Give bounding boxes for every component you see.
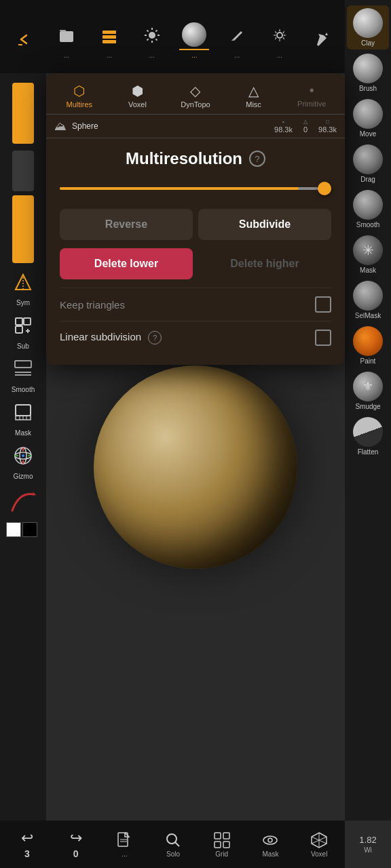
- subdivide-button[interactable]: Subdivide: [198, 209, 331, 240]
- tool-drag[interactable]: Drag: [347, 142, 389, 186]
- tab-misc-label: Misc: [246, 100, 261, 108]
- material-icon: [179, 20, 209, 50]
- lighting-label: ...: [149, 52, 154, 59]
- obj-stats: • 98.3k △ 0 □ 98.3k: [274, 119, 337, 134]
- delete-lower-button[interactable]: Delete lower: [60, 248, 193, 279]
- svg-point-41: [268, 838, 272, 842]
- toolbar-layers[interactable]: ...: [94, 20, 124, 59]
- tool-mask-left[interactable]: Mask: [3, 397, 43, 437]
- back-icon: [9, 24, 39, 54]
- gizmo-icon: [8, 441, 38, 471]
- tool-clay[interactable]: Clay: [347, 5, 389, 50]
- tool-gizmo[interactable]: Gizmo: [3, 441, 43, 480]
- keep-triangles-checkbox[interactable]: [315, 296, 331, 313]
- stat-triangles: △ 0: [303, 119, 308, 134]
- wi-button[interactable]: 1.82 Wi: [345, 821, 391, 868]
- smooth-left-icon: [8, 354, 38, 384]
- reverse-button[interactable]: Reverse: [60, 209, 193, 240]
- mask-left-icon: [8, 397, 38, 427]
- symmetry-label: Sym: [16, 299, 30, 307]
- svg-line-10: [147, 30, 148, 31]
- toolbar-material[interactable]: ...: [179, 20, 209, 59]
- selmask-icon: [353, 281, 383, 311]
- eye-icon: [261, 831, 279, 849]
- linear-subdivision-checkbox[interactable]: [315, 330, 331, 346]
- bottom-redo[interactable]: ↪ 0: [52, 829, 100, 859]
- bottom-grid[interactable]: Grid: [198, 831, 246, 858]
- dyntopo-icon: ◇: [190, 83, 200, 99]
- tool-sub[interactable]: Sub: [3, 311, 43, 350]
- toolbar-tools2[interactable]: [308, 24, 337, 54]
- stat-vertices: • 98.3k: [274, 119, 293, 134]
- mask-bottom-label: Mask: [263, 850, 279, 858]
- smooth-icon: [353, 190, 383, 220]
- tool-flatten[interactable]: Flatten: [347, 414, 389, 458]
- slider-container[interactable]: [60, 182, 331, 195]
- slider-thumb[interactable]: [318, 182, 331, 195]
- tool-move[interactable]: Move: [347, 96, 389, 140]
- tool-smooth[interactable]: Smooth: [347, 187, 389, 231]
- brush-label: Brush: [359, 85, 377, 92]
- color-swatches[interactable]: [6, 522, 40, 542]
- tool-selmask[interactable]: SelMask: [347, 278, 389, 322]
- svg-rect-3: [103, 35, 116, 39]
- tool-smudge[interactable]: ⚜ Smudge: [347, 369, 389, 413]
- bottom-doc[interactable]: ...: [100, 831, 149, 858]
- primitive-icon: •: [310, 83, 314, 98]
- svg-line-12: [155, 30, 157, 31]
- bottom-undo[interactable]: ↩ 3: [3, 829, 52, 859]
- tab-voxel[interactable]: ⬢ Voxel: [110, 79, 166, 114]
- svg-marker-15: [16, 275, 31, 290]
- swatch-black[interactable]: [22, 522, 37, 537]
- toolbar-files[interactable]: ...: [52, 20, 81, 59]
- move-label: Move: [360, 130, 376, 138]
- help-icon[interactable]: ?: [249, 151, 265, 167]
- svg-point-40: [263, 836, 277, 844]
- doc-icon: [115, 831, 133, 849]
- color-bar-dark[interactable]: [12, 151, 34, 191]
- svg-rect-19: [16, 326, 22, 333]
- svg-point-14: [277, 33, 282, 38]
- smooth-label: Smooth: [356, 221, 379, 229]
- tool-smooth-left[interactable]: Smooth: [3, 354, 43, 393]
- tab-dyntopo[interactable]: ◇ DynTopo: [168, 79, 223, 114]
- bottom-voxel[interactable]: Voxel: [295, 831, 343, 858]
- paint-label: Paint: [360, 357, 376, 365]
- linear-help-icon[interactable]: ?: [148, 331, 162, 344]
- svg-line-13: [147, 39, 148, 40]
- settings-label: ...: [277, 52, 282, 59]
- bottom-solo[interactable]: Solo: [149, 831, 198, 858]
- toolbar-back[interactable]: [9, 24, 39, 54]
- stroke-preview[interactable]: [6, 484, 40, 518]
- slider-fill: [60, 187, 299, 190]
- voxel-bottom-label: Voxel: [311, 850, 327, 858]
- tool-symmetry[interactable]: Sym: [3, 267, 43, 307]
- tab-multires[interactable]: ⬡ Multires: [52, 79, 107, 114]
- settings-icon: [265, 20, 295, 50]
- toolbar-lighting[interactable]: ...: [137, 20, 167, 59]
- svg-point-5: [149, 32, 155, 39]
- color-bar-yellow2[interactable]: [12, 195, 34, 263]
- toolbar-settings[interactable]: ...: [265, 20, 295, 59]
- mask-label: Mask: [360, 267, 376, 274]
- pen-icon: [222, 20, 252, 50]
- modal-tabs: ⬡ Multires ⬢ Voxel ◇ DynTopo △ Misc • Pr…: [46, 73, 345, 115]
- grid-label: Grid: [215, 850, 228, 858]
- sphere-3d: [94, 366, 297, 569]
- svg-rect-39: [223, 842, 229, 848]
- tool-brush[interactable]: Brush: [347, 51, 389, 95]
- tool-mask[interactable]: ✳ Mask: [347, 233, 389, 277]
- bottom-toolbar: ↩ 3 ↪ 0 ... Solo Grid: [0, 821, 346, 868]
- tab-voxel-label: Voxel: [128, 100, 147, 108]
- swatch-white[interactable]: [6, 522, 21, 537]
- drag-label: Drag: [360, 176, 375, 183]
- obj-info-bar: ⛰ Sphere • 98.3k △ 0 □ 98.3k: [46, 115, 345, 138]
- bottom-mask[interactable]: Mask: [246, 831, 295, 858]
- toolbar-pen[interactable]: ...: [222, 20, 252, 59]
- delete-higher-button[interactable]: Delete higher: [198, 248, 331, 279]
- tool-paint[interactable]: Paint: [347, 323, 389, 368]
- svg-point-34: [167, 834, 176, 844]
- color-bar-top[interactable]: [12, 83, 34, 144]
- sub-icon: [8, 311, 38, 340]
- tab-misc[interactable]: △ Misc: [226, 79, 282, 114]
